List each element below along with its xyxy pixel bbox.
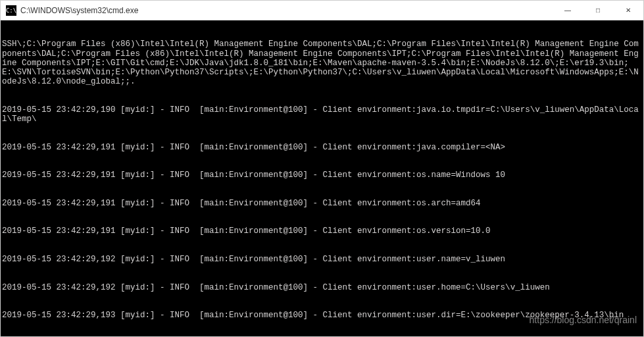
app-icon: C:\ [6,5,16,16]
window-title: C:\WINDOWS\system32\cmd.exe [20,6,553,15]
close-button[interactable]: ✕ [613,1,643,20]
terminal-line: 2019-05-15 23:42:29,191 [myid:] - INFO [… [2,143,642,152]
maximize-button[interactable]: □ [583,1,613,20]
terminal-line: 2019-05-15 23:42:29,191 [myid:] - INFO [… [2,226,642,236]
terminal-line: 2019-05-15 23:42:29,190 [myid:] - INFO [… [2,105,642,124]
terminal-line: 2019-05-15 23:42:29,192 [myid:] - INFO [… [2,283,642,292]
minimize-button[interactable]: — [553,1,583,20]
terminal-line: 2019-05-15 23:42:29,192 [myid:] - INFO [… [2,255,642,264]
terminal-output[interactable]: SSH\;C:\Program Files (x86)\Intel\Intel(… [1,20,643,336]
window-controls: — □ ✕ [553,1,643,20]
cmd-window: C:\ C:\WINDOWS\system32\cmd.exe — □ ✕ SS… [0,0,644,337]
terminal-line: 2019-05-15 23:42:29,193 [myid:] - INFO [… [2,311,642,320]
terminal-line: SSH\;C:\Program Files (x86)\Intel\Intel(… [2,39,642,86]
titlebar[interactable]: C:\ C:\WINDOWS\system32\cmd.exe — □ ✕ [1,1,643,20]
terminal-line: 2019-05-15 23:42:29,191 [myid:] - INFO [… [2,170,642,180]
terminal-line: 2019-05-15 23:42:29,191 [myid:] - INFO [… [2,199,642,208]
